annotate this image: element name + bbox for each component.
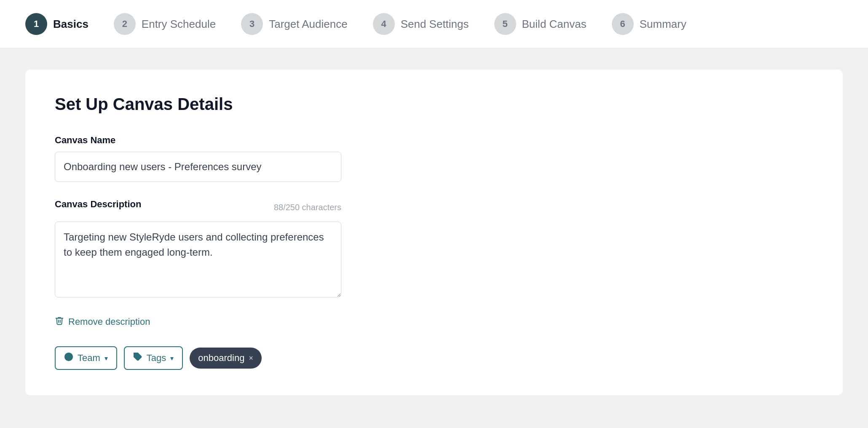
step-5-label: Build Canvas [522,18,587,31]
canvas-description-input[interactable]: Targeting new StyleRyde users and collec… [55,222,341,297]
step-3-label: Target Audience [269,18,347,31]
onboarding-tag-chip: onboarding × [190,348,262,369]
char-count: 88/250 characters [274,203,341,212]
step-5-circle: 5 [494,13,516,35]
team-chevron-icon: ▾ [104,354,108,362]
step-3-target-audience[interactable]: 3 Target Audience [241,13,347,35]
team-button[interactable]: Team ▾ [55,346,117,370]
canvas-description-field-group: Canvas Description 88/250 characters Tar… [55,199,813,299]
canvas-description-label: Canvas Description [55,199,141,210]
step-4-send-settings[interactable]: 4 Send Settings [373,13,469,35]
tags-chevron-icon: ▾ [170,354,174,362]
onboarding-tag-label: onboarding [198,353,244,364]
step-1-circle: 1 [25,13,47,35]
main-content: Set Up Canvas Details Canvas Name Canvas… [0,48,868,428]
step-5-build-canvas[interactable]: 5 Build Canvas [494,13,587,35]
step-2-circle: 2 [114,13,136,35]
step-6-summary[interactable]: 6 Summary [612,13,686,35]
step-1-basics[interactable]: 1 Basics [25,13,88,35]
canvas-name-input[interactable] [55,152,341,182]
tag-icon [133,352,142,364]
stepper: 1 Basics 2 Entry Schedule 3 Target Audie… [0,0,868,48]
tags-label: Tags [147,353,166,364]
page-title: Set Up Canvas Details [55,95,813,114]
step-2-label: Entry Schedule [142,18,216,31]
remove-description-label: Remove description [68,316,150,327]
step-4-label: Send Settings [401,18,469,31]
canvas-name-field-group: Canvas Name [55,135,813,182]
canvas-name-label: Canvas Name [55,135,813,146]
step-6-circle: 6 [612,13,634,35]
step-6-label: Summary [640,18,686,31]
pills-row: Team ▾ Tags ▾ onboarding × [55,346,813,370]
form-card: Set Up Canvas Details Canvas Name Canvas… [25,70,843,395]
tags-button[interactable]: Tags ▾ [124,346,183,370]
onboarding-tag-close[interactable]: × [249,354,253,363]
trash-icon [55,316,64,328]
description-header: Canvas Description 88/250 characters [55,199,341,216]
step-4-circle: 4 [373,13,395,35]
step-3-circle: 3 [241,13,263,35]
team-label: Team [78,353,100,364]
step-2-entry-schedule[interactable]: 2 Entry Schedule [114,13,216,35]
remove-description-button[interactable]: Remove description [55,316,150,328]
globe-icon [64,352,73,364]
step-1-label: Basics [53,18,88,31]
